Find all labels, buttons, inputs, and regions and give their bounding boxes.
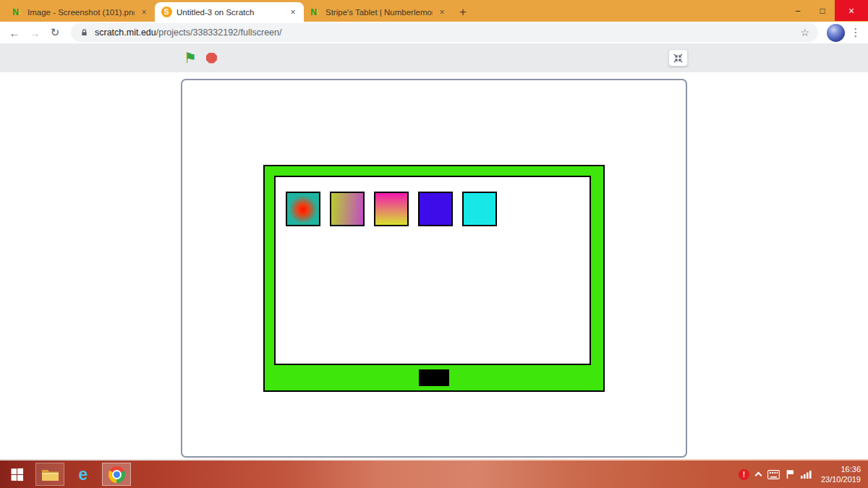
network-signal-icon[interactable]	[801, 470, 812, 479]
touch-keyboard-icon[interactable]	[767, 470, 780, 479]
browser-menu-button[interactable]: ⋮	[848, 22, 864, 43]
tablet-screen	[274, 176, 591, 365]
browser-window: NL Image - Screenshot (101).png | N × S …	[0, 0, 868, 459]
start-button[interactable]	[0, 461, 33, 488]
address-bar[interactable]: scratch.mit.edu/projects/338332192/fulls…	[71, 23, 818, 42]
tablet-app-icon-3[interactable]	[374, 192, 409, 226]
internet-explorer-button[interactable]: e	[67, 461, 100, 488]
desktop: NL Image - Screenshot (101).png | N × S …	[0, 0, 868, 488]
tab-title: Untitled-3 on Scratch	[176, 8, 284, 17]
url-domain: scratch.mit.edu	[95, 27, 156, 38]
stage-area	[0, 72, 868, 459]
exit-fullscreen-button[interactable]	[668, 49, 688, 67]
tab-close-button[interactable]: ×	[139, 7, 149, 17]
numberlemon-favicon-icon: NL	[310, 7, 321, 18]
scratch-fullscreen-page: ⚑	[0, 43, 868, 459]
taskbar-clock[interactable]: 16:36 23/10/2019	[818, 464, 861, 485]
tab-title: Stripe's Tablet | Numberlemon W	[326, 8, 433, 17]
player-controls: ⚑	[184, 51, 217, 65]
tablet-app-icon-5[interactable]	[462, 192, 497, 226]
scratch-player-header: ⚑	[0, 43, 868, 72]
system-tray: ! 16:36 23/10/2019	[739, 461, 868, 488]
tab-title: Image - Screenshot (101).png | N	[27, 8, 135, 17]
clock-date: 23/10/2019	[821, 474, 861, 484]
file-explorer-button[interactable]	[35, 463, 64, 486]
forward-button[interactable]: →	[25, 22, 45, 43]
tab-close-button[interactable]: ×	[288, 7, 298, 17]
internet-explorer-icon: e	[79, 466, 88, 483]
stop-button[interactable]	[206, 53, 217, 64]
action-center-flag-icon[interactable]	[786, 469, 794, 479]
chrome-icon	[109, 466, 125, 483]
tablet-sprite[interactable]	[263, 165, 605, 392]
tab-close-button[interactable]: ×	[437, 7, 447, 17]
lock-icon[interactable]	[80, 27, 89, 38]
window-controls: – □ ×	[786, 0, 868, 21]
scratch-stage[interactable]	[181, 79, 687, 458]
windows-logo-icon	[11, 468, 23, 481]
refresh-button[interactable]: ↻	[45, 22, 65, 43]
tablet-app-icon-1[interactable]	[286, 192, 320, 226]
chrome-button[interactable]	[102, 463, 131, 486]
tablet-app-icon-4[interactable]	[418, 192, 453, 226]
bookmark-star-icon[interactable]: ☆	[800, 27, 809, 38]
notification-alert-icon[interactable]: !	[739, 469, 749, 480]
numberlemon-favicon-icon: NL	[12, 7, 23, 18]
tablet-home-button[interactable]	[419, 369, 449, 386]
tab-stripes-tablet[interactable]: NL Stripe's Tablet | Numberlemon W ×	[304, 2, 453, 22]
folder-icon	[41, 468, 59, 481]
green-flag-button[interactable]: ⚑	[184, 51, 197, 65]
tablet-app-icon-2[interactable]	[330, 192, 365, 226]
close-button[interactable]: ×	[835, 0, 868, 21]
url-path: /projects/338332192/fullscreen/	[156, 27, 282, 38]
compress-arrows-icon	[673, 53, 684, 64]
back-button[interactable]: ←	[4, 22, 25, 43]
scratch-favicon-icon: S	[161, 7, 172, 18]
clock-time: 16:36	[821, 464, 861, 474]
profile-avatar-icon[interactable]	[827, 24, 845, 42]
tab-scratch-project[interactable]: S Untitled-3 on Scratch ×	[155, 2, 304, 22]
restore-button[interactable]: □	[810, 0, 835, 21]
new-tab-button[interactable]: +	[453, 2, 473, 22]
hidden-icons-chevron[interactable]	[754, 472, 762, 479]
minimize-button[interactable]: –	[786, 0, 810, 21]
browser-toolbar: ← → ↻ scratch.mit.edu/projects/338332192…	[0, 22, 868, 43]
tab-image-screenshot[interactable]: NL Image - Screenshot (101).png | N ×	[6, 2, 155, 22]
taskbar: e ! 16:36 23/	[0, 461, 868, 488]
tab-strip: NL Image - Screenshot (101).png | N × S …	[0, 0, 868, 22]
